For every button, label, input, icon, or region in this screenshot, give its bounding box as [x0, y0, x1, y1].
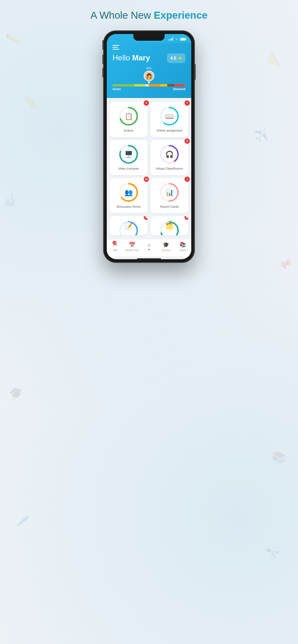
exams-label: Exams: [124, 129, 133, 132]
report-icon-container: 📊: [160, 183, 179, 202]
badge-7: 31: [144, 216, 147, 220]
progress-segment-gold: [160, 84, 167, 86]
badge-exams: 6: [144, 100, 149, 106]
header-row: Hello Mary 4.5 ★: [112, 54, 186, 63]
courses-label: Courses: [162, 249, 170, 252]
assignment-label: Online assignment: [157, 129, 182, 132]
card8-icon-container: 🗂️: [160, 221, 179, 230]
menu-card-7[interactable]: 31 📝: [110, 216, 147, 235]
menu-card-report-cards[interactable]: 1 📊 Report Cards: [151, 178, 188, 213]
progress-segment-lime: [134, 84, 145, 86]
wifi-icon: ∿: [175, 38, 178, 41]
nav-item-library[interactable]: 📚 Library: [176, 242, 189, 252]
menu-card-exams[interactable]: 6 📋 Exams: [110, 102, 147, 137]
nav-item-courses[interactable]: 🎓 Courses: [159, 242, 173, 252]
avatar: 👩: [144, 71, 154, 81]
exams-icon: 📋: [124, 112, 133, 120]
nav-item-home[interactable]: ⌂: [142, 242, 156, 252]
badge-report-cards: 1: [185, 176, 190, 182]
badge-discussion-room: 45: [144, 176, 149, 182]
mail-label: Mail: [113, 249, 117, 252]
notch: [133, 34, 165, 41]
progress-section: 65% 👩: [112, 67, 186, 91]
report-label: Report Cards: [160, 205, 179, 208]
phone-screen: ∿ Hello Mary 4.5 ★: [107, 34, 191, 259]
progress-segment-white: [145, 84, 149, 86]
status-icons: ∿: [169, 38, 186, 41]
menu-card-discussion-room[interactable]: 45 👥 Discussion Room: [110, 178, 147, 213]
menu-grid: 6 📋 Exams 7: [110, 102, 188, 235]
exams-icon-container: 📋: [119, 106, 138, 126]
card7-icon-container: 📝: [119, 221, 138, 230]
menu-card-8[interactable]: 13 🗂️: [151, 216, 188, 235]
discussion-icon: 👥: [124, 188, 133, 196]
bottom-nav: ✉ 11 Mail 📅 Weekly Plan ⌂ 🎓 Courses 📚 Li…: [107, 239, 191, 256]
menu-card-video-lectures[interactable]: 🖥️ Video Lectures: [110, 140, 147, 175]
menu-card-virtual-classrooms[interactable]: 8 🎧 Virtual ClassRooms: [151, 140, 188, 175]
progress-segment-orange: [149, 84, 160, 86]
virtual-icon-container: 🎧: [160, 145, 179, 164]
video-icon: 🖥️: [124, 150, 133, 158]
progress-labels: Green Diamond: [112, 88, 186, 91]
signal-icon: [169, 38, 173, 40]
assignment-icon: 📖: [165, 112, 174, 120]
progress-segment-brown: [167, 84, 175, 86]
avatar-container: 65% 👩: [112, 67, 186, 84]
badge-8: 13: [185, 216, 188, 220]
discussion-label: Discussion Room: [116, 205, 140, 208]
home-dot: [148, 249, 150, 250]
courses-icon: 🎓: [163, 242, 169, 248]
greeting: Hello Mary: [112, 54, 150, 62]
progress-percent: 65%: [144, 67, 154, 70]
progress-segment-red: [175, 84, 186, 86]
report-icon: 📊: [165, 188, 174, 196]
menu-button[interactable]: [112, 45, 186, 50]
video-label: Video Lectures: [118, 167, 139, 170]
library-icon: 📚: [180, 242, 186, 248]
assignment-icon-container: 📖: [160, 106, 179, 126]
weekly-plan-label: Weekly Plan: [125, 249, 139, 252]
card8-icon: 🗂️: [165, 222, 174, 230]
app-header: Hello Mary 4.5 ★ 65% 👩: [107, 43, 191, 98]
phone-frame: ∿ Hello Mary 4.5 ★: [103, 31, 195, 262]
page-title: A Whole New Experience: [90, 10, 208, 21]
virtual-icon: 🎧: [165, 150, 174, 158]
video-icon-container: 🖥️: [119, 145, 138, 164]
calendar-icon: 📅: [129, 242, 135, 248]
rating-badge: 4.5 ★: [167, 54, 186, 63]
badge-virtual-classrooms: 8: [185, 138, 190, 144]
status-bar: ∿: [107, 34, 191, 43]
nav-item-mail[interactable]: ✉ 11 Mail: [109, 242, 122, 252]
progress-segment-green: [112, 84, 134, 86]
home-icon: ⌂: [147, 242, 151, 248]
card7-icon: 📝: [124, 222, 133, 230]
discussion-icon-container: 👥: [119, 183, 138, 202]
main-content: 6 📋 Exams 7: [107, 98, 191, 239]
star-icon: ★: [178, 55, 182, 61]
home-indicator: [137, 258, 161, 259]
badge-online-assignment: 7: [185, 100, 190, 106]
nav-item-weekly-plan[interactable]: 📅 Weekly Plan: [125, 242, 139, 252]
progress-bar: [112, 84, 186, 86]
menu-card-online-assignment[interactable]: 7 📖 Online assignment: [151, 102, 188, 137]
library-label: Library: [179, 249, 187, 252]
battery-icon: [180, 38, 186, 40]
virtual-label: Virtual ClassRooms: [156, 167, 183, 170]
